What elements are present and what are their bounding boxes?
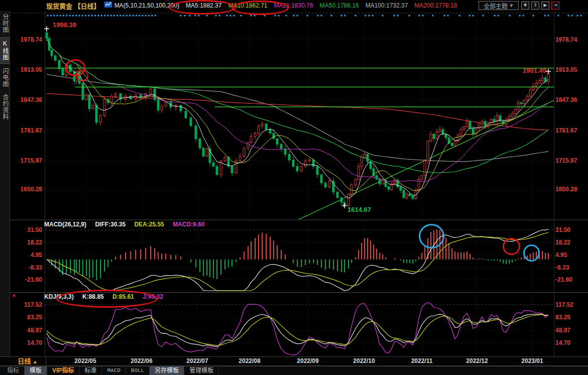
event-dot [368,15,370,17]
candle-body [451,143,453,146]
tab-save-template[interactable]: 另存模板 [150,366,184,375]
sidebar-item-time-chart[interactable]: 分时图 [0,11,10,36]
candle-body [439,130,441,132]
candle-body [358,166,360,179]
period-label: 日线 [18,357,31,365]
candle-body [454,141,456,146]
price-annotation: 1614.67 [347,206,385,213]
trading-app-window: 现货黄金 【日线】 MA(5,10,21,50,100,200) MA5:188… [0,0,588,375]
instrument-title: 现货黄金 【日线】 [46,1,100,11]
candle-body [535,83,537,86]
candle-body [284,149,286,154]
event-dot [194,15,196,17]
event-dot [576,15,578,17]
candle-body [296,166,298,171]
event-dot [509,15,511,17]
x-axis-label: 2022/09 [290,357,325,364]
sidebar-item-kline-chart[interactable]: K线图 [0,37,10,64]
theme-selector-button[interactable]: 全部主题 ▼ [479,1,519,10]
candle-body [224,157,226,161]
candle-body [292,160,294,166]
event-dot [274,15,276,17]
indicator-tab-bar: 指标模板VIP指标标准MACDBOLL另存模板管理模板 [0,366,588,375]
tab-vip-indicator[interactable]: VIP指标 [47,366,79,375]
event-dot [567,15,569,17]
tab-template[interactable]: 模板 [25,366,47,375]
event-dot [145,15,147,17]
event-dot [544,15,546,17]
macd-diff-value: DIFF:30.35 [95,221,126,228]
event-dot [233,15,235,17]
candle-body [250,137,252,143]
price-axis-label: -8.33 [555,264,587,271]
event-dot [120,15,122,17]
candle-body [355,179,357,185]
event-dot [293,15,295,17]
tab-macd[interactable]: MACD [102,366,126,375]
event-dot [184,15,186,17]
ma-value: MA100:1732.37 [366,2,408,9]
candle-body [320,175,322,183]
period-selector[interactable]: 日线 ▲ [10,357,46,365]
event-dot [482,15,484,17]
x-axis-label: 2022/10 [346,357,382,364]
candle-body [95,105,97,122]
candle-body [154,89,156,99]
event-dot [408,15,410,17]
price-annotation: 1901.49 [509,67,546,74]
candle-body [409,194,411,196]
kdj-d-value: D:85.61 [112,293,134,300]
price-axis-label: 14.70 [555,339,587,346]
tab-manage-template[interactable]: 管理模板 [184,366,219,375]
candle-body [190,118,192,126]
tab-indicator[interactable]: 指标 [2,366,25,375]
candle-body [350,185,352,194]
kdj-j-value: J:95.32 [143,293,163,300]
sidebar-item-flash-chart[interactable]: 闪电图 [0,65,10,90]
candle-body [92,105,94,108]
candle-body [269,130,271,133]
candle-body [547,73,549,81]
candle-body [300,166,302,171]
candle-body [99,115,101,122]
event-dot [198,15,200,17]
candle-body [165,102,167,106]
candle-body [265,124,267,130]
event-dot [107,15,109,17]
candle-body [239,156,241,161]
export-chart-icon[interactable]: ⇥ [551,2,559,10]
triangle-up-icon: ▲ [33,359,38,364]
price-axis-label: 117.52 [555,301,587,308]
candle-body [273,133,275,139]
chart-type-sidebar: 分时图K线图闪电图合约资料 [0,11,10,356]
macd-dea-value: DEA:25.55 [134,221,164,228]
candle-body [379,179,381,184]
event-dot [59,15,61,17]
candle-body [481,121,483,124]
candle-body [276,139,278,144]
kdj-settings-icon[interactable]: ☀ [12,293,17,299]
candle-body [110,96,112,103]
scroll-right-icon[interactable]: ▶ [541,2,549,10]
price-axis-label: 48.97 [555,327,587,334]
axis-scale-icon[interactable]: ⇕ [531,2,539,10]
event-dot [355,15,357,17]
tab-standard[interactable]: 标准 [79,366,102,375]
candle-body [544,78,546,81]
sidebar-item-contract-info[interactable]: 合约资料 [0,91,10,122]
pan-icon[interactable]: ✚ [521,2,529,10]
candle-body [46,33,48,38]
tab-boll[interactable]: BOLL [126,366,150,375]
candle-body [140,95,142,97]
event-dot [218,15,220,17]
event-dot [443,15,445,17]
ma-value: MA21:1830.76 [274,2,313,9]
chevron-down-icon: ▼ [509,3,514,8]
candle-body [78,71,80,83]
ma-settings-label: MA(5,10,21,50,100,200) [114,2,179,9]
x-axis-label: 2022/07 [180,357,215,364]
candle-body [347,194,349,205]
event-dot [422,15,424,17]
candle-body [216,166,218,175]
event-dot [91,15,93,17]
